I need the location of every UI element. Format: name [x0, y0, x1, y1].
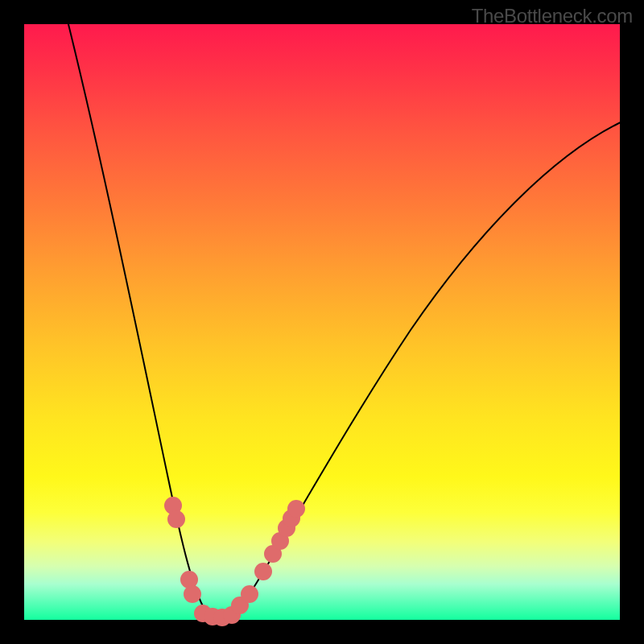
- chart-svg: [24, 24, 620, 620]
- marker-right-2: [254, 563, 272, 580]
- left-descent-curve: [64, 8, 217, 618]
- marker-left-1: [167, 510, 185, 528]
- marker-right-1: [241, 585, 258, 603]
- marker-right-7: [287, 500, 305, 518]
- plot-gradient-area: [24, 24, 620, 620]
- chart-frame: TheBottleneck.com: [0, 0, 644, 644]
- marker-left-3: [184, 585, 201, 603]
- watermark-text: TheBottleneck.com: [472, 5, 633, 27]
